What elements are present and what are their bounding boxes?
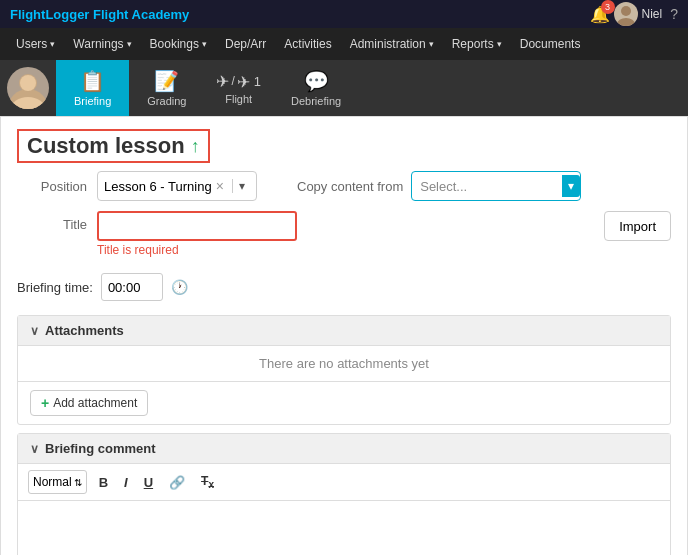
avatar[interactable] (614, 2, 638, 26)
title-error: Title is required (97, 243, 297, 257)
link-button[interactable]: 🔗 (165, 473, 189, 492)
tab-flight[interactable]: ✈ / ✈ 1 Flight (204, 60, 273, 116)
briefing-time-label: Briefing time: (17, 280, 93, 295)
attachments-header: ∨ Attachments (18, 316, 670, 346)
flight-count: 1 (254, 74, 261, 89)
title-label: Title (17, 211, 97, 232)
main-content: Custom lesson ↑ Position Lesson 6 - Turn… (0, 116, 688, 555)
nav-warnings[interactable]: Warnings ▾ (65, 28, 139, 60)
briefing-comment-section: ∨ Briefing comment Normal ⇅ B I U 🔗 Tx (17, 433, 671, 555)
style-value: Normal (33, 475, 72, 489)
nav-bar: Users ▾ Warnings ▾ Bookings ▾ Dep/Arr Ac… (0, 28, 688, 60)
briefing-comment-body: Normal ⇅ B I U 🔗 Tx (18, 464, 670, 555)
reports-arrow: ▾ (497, 39, 502, 49)
position-clear-icon[interactable]: × (216, 178, 224, 194)
style-select[interactable]: Normal ⇅ (28, 470, 87, 494)
add-attachment-label: Add attachment (53, 396, 137, 410)
title-row: Title Title is required Import (17, 211, 671, 257)
notification-wrapper[interactable]: 🔔 3 (590, 5, 610, 24)
nav-users[interactable]: Users ▾ (8, 28, 63, 60)
flight-icon: ✈ (216, 72, 229, 91)
plus-icon: + (41, 395, 49, 411)
app-title: FlightLogger Flight Academy (10, 7, 189, 22)
position-row: Position Lesson 6 - Turning × ▾ Copy con… (17, 171, 671, 201)
landing-icon: ✈ (237, 72, 250, 91)
grading-icon: 📝 (154, 69, 179, 93)
clear-format-button[interactable]: Tx (197, 472, 218, 492)
briefing-time-row: Briefing time: 🕐 (1, 267, 687, 307)
tab-debriefing-label: Debriefing (291, 95, 341, 107)
editor-area[interactable] (18, 501, 670, 555)
tab-flight-label: Flight (225, 93, 252, 105)
attachments-section: ∨ Attachments There are no attachments y… (17, 315, 671, 425)
svg-point-0 (621, 6, 631, 16)
tab-debriefing[interactable]: 💬 Debriefing (273, 60, 359, 116)
form-area: Position Lesson 6 - Turning × ▾ Copy con… (1, 171, 687, 257)
position-label: Position (17, 179, 97, 194)
page-header: Custom lesson ↑ (1, 117, 687, 171)
svg-point-1 (617, 18, 635, 26)
title-input[interactable] (97, 211, 297, 241)
briefing-comment-chevron-icon[interactable]: ∨ (30, 442, 39, 456)
tab-briefing-label: Briefing (74, 95, 111, 107)
top-icons: 🔔 3 Niel ? (590, 2, 678, 26)
debriefing-icon: 💬 (304, 69, 329, 93)
position-chevron-icon[interactable]: ▾ (232, 179, 245, 193)
help-icon[interactable]: ? (670, 6, 678, 22)
briefing-comment-header: ∨ Briefing comment (18, 434, 670, 464)
briefing-comment-title: Briefing comment (45, 441, 156, 456)
nav-reports[interactable]: Reports ▾ (444, 28, 510, 60)
tab-briefing[interactable]: 📋 Briefing (56, 60, 129, 116)
attachments-chevron-icon[interactable]: ∨ (30, 324, 39, 338)
bold-button[interactable]: B (95, 473, 112, 492)
tab-grading[interactable]: 📝 Grading (129, 60, 204, 116)
italic-button[interactable]: I (120, 473, 132, 492)
position-select[interactable]: Lesson 6 - Turning × ▾ (97, 171, 257, 201)
nav-bookings[interactable]: Bookings ▾ (142, 28, 215, 60)
attachments-title: Attachments (45, 323, 124, 338)
user-avatar-tab (0, 60, 56, 116)
clock-icon: 🕐 (171, 279, 188, 295)
import-button[interactable]: Import (604, 211, 671, 241)
copy-content-label: Copy content from (297, 179, 403, 194)
warnings-arrow: ▾ (127, 39, 132, 49)
svg-point-4 (20, 75, 36, 91)
page-title-text: Custom lesson (27, 133, 185, 159)
attachments-body: There are no attachments yet + Add attac… (18, 346, 670, 424)
copy-content-select[interactable]: Select... ▾ (411, 171, 581, 201)
user-name: Niel (642, 7, 663, 21)
add-attachment-button[interactable]: + Add attachment (30, 390, 148, 416)
nav-documents[interactable]: Documents (512, 28, 589, 60)
nav-administration[interactable]: Administration ▾ (342, 28, 442, 60)
briefing-time-input[interactable] (101, 273, 163, 301)
copy-chevron-icon[interactable]: ▾ (562, 175, 580, 197)
briefing-icon: 📋 (80, 69, 105, 93)
editor-toolbar: Normal ⇅ B I U 🔗 Tx (18, 464, 670, 501)
nav-deparr[interactable]: Dep/Arr (217, 28, 274, 60)
tab-grading-label: Grading (147, 95, 186, 107)
top-bar: FlightLogger Flight Academy 🔔 3 Niel ? (0, 0, 688, 28)
page-title-box: Custom lesson ↑ (17, 129, 210, 163)
avatar-photo (7, 67, 49, 109)
admin-arrow: ▾ (429, 39, 434, 49)
users-arrow: ▾ (50, 39, 55, 49)
flight-slash: / (231, 74, 234, 88)
no-attachments-text: There are no attachments yet (18, 346, 670, 382)
title-up-arrow: ↑ (191, 136, 200, 157)
underline-button[interactable]: U (140, 473, 157, 492)
copy-select-value: Select... (420, 179, 467, 194)
style-chevron-icon: ⇅ (74, 477, 82, 488)
avatar-svg (7, 67, 49, 109)
position-value: Lesson 6 - Turning (104, 179, 212, 194)
flight-icon-row: ✈ / ✈ 1 (216, 72, 261, 91)
bookings-arrow: ▾ (202, 39, 207, 49)
avatar-image (614, 2, 638, 26)
tabs-bar: 📋 Briefing 📝 Grading ✈ / ✈ 1 Flight 💬 De… (0, 60, 688, 116)
title-input-wrapper: Title is required (97, 211, 297, 257)
nav-activities[interactable]: Activities (276, 28, 339, 60)
notification-badge: 3 (601, 0, 615, 14)
add-attachment-row: + Add attachment (18, 382, 670, 424)
